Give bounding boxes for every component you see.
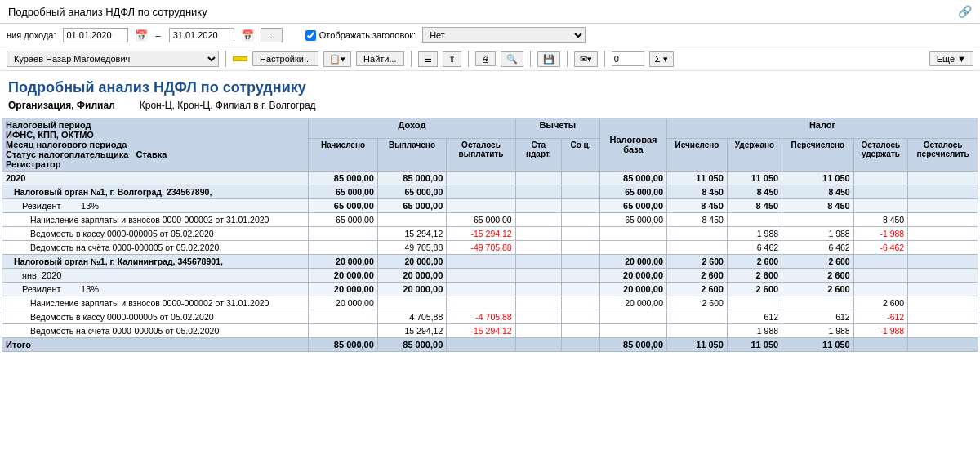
settings-button[interactable]: Настройки... — [252, 51, 318, 66]
th-dohod: Доход — [309, 118, 515, 139]
cell-ostVypl: 65 000,00 — [447, 213, 515, 227]
cell-vyplach: 65 000,00 — [377, 199, 446, 213]
row-label-text: Ведомость в кассу 0000-000005 от 05.02.2… — [6, 229, 214, 238]
cell-ischisleno: 8 450 — [667, 213, 728, 227]
cell-nalogBaza: 20 000,00 — [599, 283, 666, 296]
cell-ostVypl — [447, 338, 515, 352]
cell-soc — [562, 269, 600, 283]
th-ost-vypl: Осталось выплатить — [447, 139, 515, 172]
row-label-text: Налоговый орган №1, г. Волгоград, 234567… — [6, 187, 212, 197]
list-up-button[interactable]: ⇧ — [443, 51, 461, 67]
table-row: Итого85 000,0085 000,0085 000,0011 05011… — [2, 338, 978, 352]
cell-label: янв. 2020 — [2, 269, 309, 283]
table-row: Начисление зарплаты и взносов 0000-00000… — [2, 213, 978, 227]
table-row: янв. 202020 000,0020 000,0020 000,002 60… — [2, 269, 978, 283]
yellow-button[interactable] — [233, 56, 247, 61]
cell-standar — [515, 255, 561, 269]
th-period: Налоговый период ИФНС, КПП, ОКТМО Месяц … — [2, 118, 309, 172]
cell-soc — [562, 185, 600, 199]
row-label-text: Итого — [6, 340, 31, 350]
cell-soc — [562, 283, 600, 296]
cell-ostVypl: -49 705,88 — [447, 241, 515, 255]
cell-nachisl: 20 000,00 — [309, 296, 377, 310]
cell-standar — [515, 185, 561, 199]
cell-ostUderj: -1 988 — [853, 324, 908, 338]
cell-uderzhano: 2 600 — [727, 269, 782, 283]
cell-standar — [515, 283, 561, 296]
cell-ostVypl — [447, 296, 515, 310]
th-nalog: Налог — [667, 118, 978, 139]
table-row: Ведомость на счёта 0000-000005 от 05.02.… — [2, 241, 978, 255]
window-title: Подробный анализ НДФЛ по сотруднику — [8, 6, 207, 18]
cell-uderzhano: 2 600 — [727, 283, 782, 296]
title-bar-actions: 🔗 — [958, 5, 972, 18]
print-button[interactable]: 🖨 — [475, 51, 496, 66]
rate-text: 13% — [81, 201, 99, 211]
save-button[interactable]: 💾 — [537, 51, 560, 67]
row-label-text: Ведомость на счёта 0000-000005 от 05.02.… — [6, 326, 219, 336]
cell-ostPerech — [908, 283, 978, 296]
cell-standar — [515, 296, 561, 310]
cell-ostPerech — [908, 338, 978, 352]
cell-ischisleno: 8 450 — [667, 185, 728, 199]
cell-ostVypl: -15 294,12 — [447, 227, 515, 241]
list-button[interactable]: ☰ — [418, 51, 438, 67]
cell-label: Ведомость на счёта 0000-000005 от 05.02.… — [2, 324, 309, 338]
cell-nalogBaza: 20 000,00 — [599, 269, 666, 283]
cell-ischisleno: 11 050 — [667, 338, 728, 352]
cell-label: Итого — [2, 338, 309, 352]
row-label-text: 2020 — [6, 173, 25, 183]
header-select[interactable]: Нет — [422, 27, 586, 43]
cell-perechisleno: 2 600 — [782, 283, 854, 296]
calendar-icon-to[interactable]: 📅 — [241, 29, 254, 42]
cell-label: Начисление зарплаты и взносов 0000-00000… — [2, 296, 309, 310]
cell-perechisleno: 612 — [782, 310, 854, 324]
more-button[interactable]: Еще ▼ — [929, 51, 973, 66]
calendar-icon-from[interactable]: 📅 — [135, 29, 148, 42]
cell-label: Налоговый орган №1, г. Калининград, 3456… — [2, 255, 309, 269]
cell-perechisleno — [782, 296, 854, 310]
cell-nachisl — [309, 241, 377, 255]
cell-ostUderj — [853, 199, 908, 213]
copy-button[interactable]: 📋▾ — [323, 51, 351, 67]
table-row: Начисление зарплаты и взносов 0000-00000… — [2, 296, 978, 310]
cell-nalogBaza — [599, 227, 666, 241]
preview-button[interactable]: 🔍 — [501, 51, 523, 67]
org-value: Крон-Ц, Крон-Ц. Филиал в г. Волгоград — [140, 100, 316, 111]
cell-ischisleno: 2 600 — [667, 269, 728, 283]
cell-nachisl: 65 000,00 — [309, 185, 377, 199]
cell-uderzhano — [727, 296, 782, 310]
date-to-input[interactable] — [169, 28, 234, 42]
cell-ischisleno: 11 050 — [667, 172, 728, 185]
cell-perechisleno: 11 050 — [782, 172, 854, 185]
row-label-text: Налоговый орган №1, г. Калининград, 3456… — [6, 256, 223, 266]
toolbar-separator3 — [468, 51, 469, 67]
email-button[interactable]: ✉▾ — [574, 51, 598, 67]
cell-ischisleno — [667, 227, 728, 241]
cell-standar — [515, 310, 561, 324]
cell-label: Ведомость на счёта 0000-000005 от 05.02.… — [2, 241, 309, 255]
th-vychety: Вычеты — [515, 118, 599, 139]
cell-nalogBaza: 65 000,00 — [599, 213, 666, 227]
header-checkbox[interactable] — [305, 30, 316, 41]
cell-nachisl: 20 000,00 — [309, 269, 377, 283]
dots-button[interactable]: ... — [261, 28, 283, 42]
cell-perechisleno: 8 450 — [782, 185, 854, 199]
cell-ostVypl — [447, 283, 515, 296]
cell-vyplach: 15 294,12 — [377, 324, 446, 338]
employee-select[interactable]: Кураев Назар Магомедович — [7, 51, 219, 67]
org-label: Организация, Филиал — [8, 100, 115, 111]
cell-ostPerech — [908, 310, 978, 324]
cell-perechisleno — [782, 213, 854, 227]
cell-ostUderj: 2 600 — [853, 296, 908, 310]
sigma-button[interactable]: Σ ▾ — [649, 51, 674, 67]
cell-soc — [562, 241, 600, 255]
cell-ostUderj — [853, 269, 908, 283]
cell-uderzhano: 8 450 — [727, 185, 782, 199]
find-button[interactable]: Найти... — [356, 51, 404, 66]
date-from-input[interactable] — [63, 28, 128, 42]
cell-perechisleno: 1 988 — [782, 324, 854, 338]
table-container: Налоговый период ИФНС, КПП, ОКТМО Месяц … — [0, 118, 980, 352]
cell-label: Начисление зарплаты и взносов 0000-00000… — [2, 213, 309, 227]
number-input[interactable] — [612, 51, 644, 66]
